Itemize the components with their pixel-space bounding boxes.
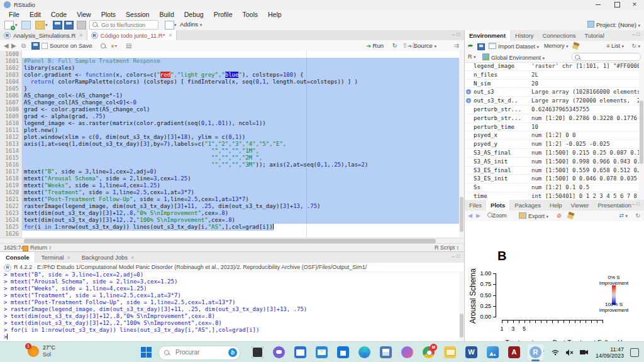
code-line[interactable]: 1602library(scales) [0,65,464,72]
editor-vscrollbar[interactable] [459,51,464,238]
rstudio-taskbar-icon[interactable]: R [530,346,541,358]
close-tab-icon[interactable]: × [79,32,82,38]
back-icon[interactable]: ◀ [4,42,9,49]
editor-tab[interactable]: RAnalysis_Simulations.R× [0,30,87,40]
environment-row[interactable]: timeint [1:50401] 0 1 2 3 4 5 6 7 8 … [465,192,644,200]
chat-taskbar-icon[interactable] [273,346,285,358]
console-vscrollbar[interactable] [459,272,464,342]
zoom-button[interactable]: Zoom [487,212,507,219]
hscroll-thumb[interactable] [24,239,436,243]
open-file-icon[interactable] [35,21,45,30]
environment-row[interactable]: perturb_str...num [1:20] 0.2786 0.3228 0… [465,114,644,123]
goto-file-input[interactable] [100,21,158,29]
save-all-icon[interactable] [64,21,74,30]
tab-history[interactable]: History [511,30,538,41]
environment-vscroll-thumb[interactable] [640,101,643,164]
code-line[interactable]: 1613axis(1,at=seq(1,dim(out_s3_tx_day)[3… [0,141,464,148]
code-line[interactable]: 1612plot.window(xlim = c(0, dim(out_s3_t… [0,134,464,141]
environment-row[interactable]: S3_ES_initnum [1:500] 0 0.046 0.078 0.03… [465,175,644,184]
print-icon[interactable] [77,21,86,30]
tab-presentation[interactable]: Presentation [593,200,635,211]
code-line[interactable]: 1624text(dim(out_s3_tx_day)[3]+12,.2,"10… [0,217,464,224]
code-line[interactable]: 1609grad <- alpha(grad, .75) [0,113,464,120]
next-plot-icon[interactable]: ▶ [476,212,480,219]
save-icon[interactable] [53,21,62,30]
console-tab-console[interactable]: Console [0,252,35,263]
plots-pane-buttons[interactable]: –□ [632,201,641,207]
store-taskbar-icon[interactable] [337,346,349,358]
menu-edit[interactable]: Edit [25,10,46,19]
minimize-button[interactable] [590,0,606,9]
code-line[interactable]: 1621mtext("Post-Treatment Follow-Up", si… [0,196,464,203]
tab-help[interactable]: Help [545,200,567,211]
code-line[interactable]: 1604 return( colorRampPalette(colors) (c… [0,79,464,85]
working-directory[interactable]: E:/PhD Estudo 1/Computational Model Pani… [37,264,367,270]
menu-session[interactable]: Session [121,10,154,19]
menu-debug[interactable]: Debug [179,10,209,19]
export-button[interactable]: Export ▾ [519,212,548,219]
close-tab-icon[interactable]: × [131,255,134,261]
menu-build[interactable]: Build [154,10,179,19]
code-tools-icon[interactable]: ⚹▾ [111,42,118,50]
clock-widget[interactable]: 11:47 14/09/2023 [596,346,624,359]
menu-plots[interactable]: Plots [96,10,121,19]
clear-plots-icon[interactable] [568,212,574,220]
save-icon[interactable] [31,42,40,50]
remove-plot-icon[interactable]: ⊘ [557,212,562,219]
volume-muted-icon[interactable] [565,349,574,356]
code-line[interactable]: 1625for(i in 1:nrow(out_s3_tx_day)) line… [0,224,464,231]
code-line[interactable]: 1623text(dim(out_s3_tx_day)[3]+12,.8,"0%… [0,210,464,217]
code-line[interactable]: 1622rasterImage(legend_image, dim(out_s3… [0,203,464,210]
tab-packages[interactable]: Packages [510,200,545,211]
notification-center-icon[interactable] [630,348,639,357]
taskbar-search-input[interactable] [174,348,221,356]
new-project-icon[interactable] [21,21,31,30]
environment-row[interactable]: S3_AS_finalnum [1:500] 0.215 0.25 0.087 … [465,149,644,158]
code-line[interactable]: 1603color.gradient <- function(x, colors… [0,72,464,79]
publish-icon[interactable]: ⇉ [454,42,459,49]
environment-search-box[interactable] [572,53,641,61]
rerun-icon[interactable]: ↻ [392,42,397,49]
tab-files[interactable]: Files [465,200,486,211]
environment-row[interactable]: ▸out_s3Large array (1028166000 elements… [465,88,644,97]
menu-tools[interactable]: Tools [237,10,263,19]
chrome-taskbar-icon[interactable]: M [423,346,435,358]
expand-icon[interactable]: ▸ [466,89,471,94]
task-view-taskbar-icon[interactable] [252,346,264,358]
environment-row[interactable]: psyed_ynum [1:2] -0.025 -0.025 [465,140,644,149]
compile-report-icon[interactable]: ▤ [126,42,131,49]
code-line[interactable]: 1620mtext("Treatment", side = 1,line=2.5… [0,189,464,196]
mail-taskbar-icon[interactable] [316,346,328,358]
pane-layout-icon[interactable] [165,21,174,30]
environment-row[interactable]: S3_AS_initnum [1:500] 0.998 0.966 0.943 … [465,158,644,167]
menu-code[interactable]: Code [46,10,72,19]
scope-selector[interactable]: Return ↕ [30,244,52,251]
code-line[interactable]: 1615 "","","","2M ", [0,155,464,162]
memory-button[interactable]: Memory ▾ [544,43,569,49]
word-taskbar-icon[interactable]: W [465,346,477,358]
environment-row[interactable]: psyed_xnum [1:2] 0 0 [465,131,644,140]
code-line[interactable]: 1605} [0,85,464,92]
expand-icon[interactable]: ▸ [466,98,471,103]
code-line[interactable]: 1626 [0,231,464,238]
environment-row[interactable]: N_sim20 [465,80,644,89]
run-button[interactable]: ➜ Run [366,42,384,49]
messenger-taskbar-icon[interactable] [401,346,413,358]
tab-environment[interactable]: Environment [465,30,511,41]
save-workspace-icon[interactable] [477,43,485,50]
code-line[interactable]: 1618mtext("Arousal Schema", side = 2,lin… [0,175,464,182]
close-button[interactable]: ✕ [626,0,643,9]
source-on-save-checkbox[interactable] [42,43,48,49]
code-line[interactable]: 1617mtext("B", side = 3,line=1,cex=2,adj… [0,168,464,175]
code-line[interactable]: 1614 "","","","1M", [0,148,464,155]
tab-connections[interactable]: Connections [538,30,580,41]
environment-row[interactable]: n_files2L [465,71,644,80]
forward-icon[interactable]: ▶ [11,42,16,49]
language-selector[interactable]: R ▾ [468,53,476,60]
code-line[interactable]: 1619mtext("Weeks", side = 1,line=4,cex=1… [0,182,464,189]
publish-icon[interactable]: ⇄ ▾ [619,212,628,219]
open-recent-dropdown-icon[interactable]: ▾ [45,23,48,28]
refresh-icon[interactable]: ↻ ▾ [631,43,640,49]
menu-profile[interactable]: Profile [209,10,238,19]
refresh-plot-icon[interactable]: ↻ [635,212,640,219]
